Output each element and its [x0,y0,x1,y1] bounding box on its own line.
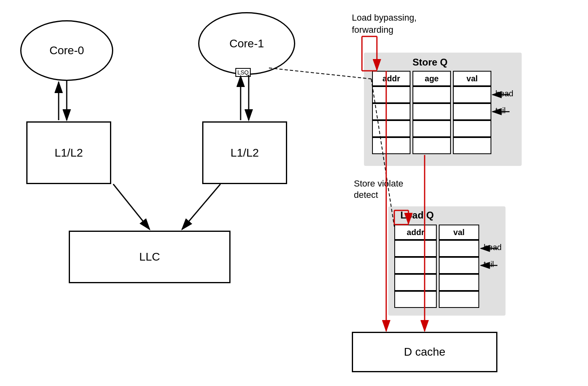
dcache-label: D cache [404,346,446,358]
storeq-age-cell2 [412,103,451,120]
storeq-tail-label: tail [495,105,506,116]
l1l2-0-box: L1/L2 [26,121,111,184]
loadq-val-cell1 [439,240,479,257]
svg-line-9 [269,68,371,79]
storeq-val-label: val [467,74,478,83]
storeq-age-cell4 [412,137,451,154]
loadq-val-cell3 [439,274,479,291]
core1-ellipse: Core-1 [198,12,295,75]
svg-line-8 [182,184,220,229]
lsq-box: LSQ [235,68,251,77]
storeq-age-header: age [412,71,451,86]
storeq-addr-label: addr [383,74,400,83]
storeq-addr-header: addr [372,71,410,86]
dcache-box: D cache [352,332,497,372]
detect-label: detect [354,189,378,201]
storeq-addr-cell3 [372,120,410,137]
loadq-val-cell2 [439,257,479,274]
load-bypassing-line1: Load bypassing, [352,12,417,24]
llc-label: LLC [139,250,160,263]
loadq-val-cell4 [439,291,479,308]
loadq-addr-cell3 [394,274,437,291]
svg-line-7 [113,184,150,229]
core0-ellipse: Core-0 [20,20,113,81]
storeq-val-cell1 [453,86,491,103]
loadq-addr-cell1 [394,240,437,257]
core0-label: Core-0 [49,44,84,57]
loadq-title-text: Load Q [400,210,434,221]
loadq-addr-label: addr [407,228,424,237]
loadq-title: Load Q [400,210,434,221]
storeq-age-cell1 [412,86,451,103]
loadq-val-label: val [453,228,465,237]
storeq-val-cell4 [453,137,491,154]
loadq-val-header: val [439,225,479,240]
l1l2-1-box: L1/L2 [202,121,287,184]
loadq-head-label: head [484,242,502,252]
loadq-addr-cell4 [394,291,437,308]
storeq-addr-cell1 [372,86,410,103]
storeq-addr-cell2 [372,103,410,120]
diagram-container: Core-0 Core-1 LSQ L1/L2 L1/L2 LLC D cach… [0,0,588,386]
lsq-label: LSQ [237,69,249,76]
load-bypassing-line2: forwarding [352,24,393,36]
storeq-val-cell3 [453,120,491,137]
llc-box: LLC [69,231,231,283]
storeq-val-header: val [453,71,491,86]
l1l2-1-label: L1/L2 [231,146,259,159]
storeq-title: Store Q [412,57,448,68]
storeq-age-cell3 [412,120,451,137]
storeq-head-label: head [495,88,514,99]
store-violate-label: Store violate [354,178,403,190]
storeq-val-cell2 [453,103,491,120]
core1-label: Core-1 [229,37,264,50]
loadq-addr-cell2 [394,257,437,274]
storeq-addr-cell4 [372,137,410,154]
l1l2-0-label: L1/L2 [55,146,83,159]
loadq-addr-header: addr [394,225,437,240]
storeq-age-label: age [425,74,438,83]
loadq-tail-label: tail [484,259,494,269]
